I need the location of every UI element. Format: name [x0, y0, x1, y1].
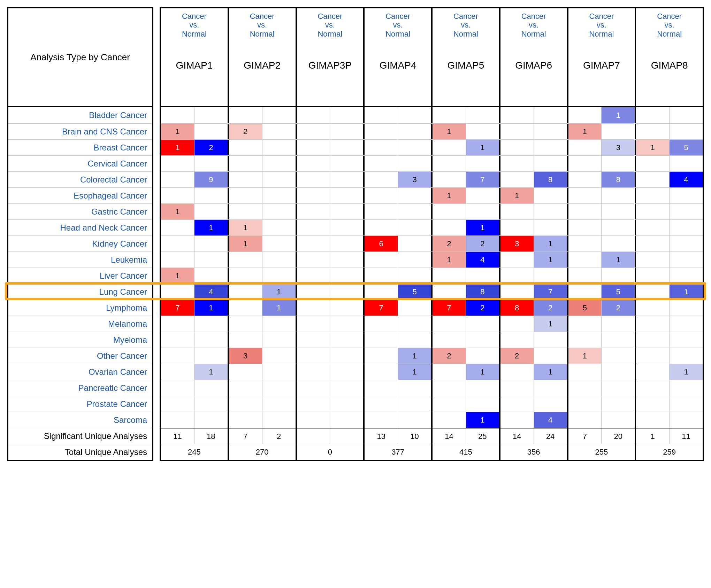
cell-down[interactable]: 1	[398, 348, 431, 364]
cell-down[interactable]	[262, 396, 296, 412]
cell-down[interactable]	[262, 316, 296, 332]
cell-down[interactable]	[262, 268, 296, 284]
cell-up[interactable]	[161, 236, 194, 252]
cell-up[interactable]	[297, 284, 330, 300]
cell-up[interactable]: 1	[433, 124, 466, 139]
cell-down[interactable]	[330, 172, 363, 187]
cell-down[interactable]	[398, 316, 431, 332]
cell-down[interactable]: 1	[194, 364, 228, 380]
cell-up[interactable]	[297, 364, 330, 380]
cell-up[interactable]	[433, 316, 466, 332]
cell-up[interactable]	[365, 252, 398, 268]
cell-down[interactable]	[534, 332, 567, 348]
cell-down[interactable]: 1	[398, 364, 431, 380]
cell-down[interactable]: 2	[466, 236, 499, 252]
cancer-row[interactable]: Ovarian Cancer	[8, 364, 152, 380]
cell-down[interactable]: 1	[194, 300, 228, 316]
cell-up[interactable]	[568, 107, 602, 123]
cancer-row[interactable]: Breast Cancer	[8, 139, 152, 155]
cell-up[interactable]	[161, 172, 194, 187]
cell-up[interactable]	[161, 380, 194, 396]
cell-down[interactable]	[602, 268, 635, 284]
cell-down[interactable]: 1	[466, 220, 499, 235]
cell-up[interactable]	[297, 300, 330, 316]
cell-down[interactable]: 1	[194, 220, 228, 235]
cell-up[interactable]	[500, 380, 534, 396]
cell-down[interactable]	[602, 412, 635, 428]
cell-down[interactable]	[602, 380, 635, 396]
cell-up[interactable]	[568, 172, 602, 187]
cell-down[interactable]	[330, 316, 363, 332]
cell-down[interactable]: 1	[534, 364, 567, 380]
cell-up[interactable]	[365, 348, 398, 364]
cell-down[interactable]: 1	[466, 364, 499, 380]
cell-up[interactable]	[433, 107, 466, 123]
cell-up[interactable]: 1	[568, 124, 602, 139]
cell-down[interactable]	[330, 300, 363, 316]
cell-down[interactable]	[602, 156, 635, 171]
cell-up[interactable]: 1	[161, 140, 194, 155]
cell-up[interactable]	[161, 220, 194, 235]
cell-up[interactable]	[433, 380, 466, 396]
cell-up[interactable]	[568, 188, 602, 203]
cancer-row[interactable]: Liver Cancer	[8, 268, 152, 284]
cell-up[interactable]	[229, 332, 262, 348]
cell-up[interactable]	[161, 252, 194, 268]
cancer-row[interactable]: Lymphoma	[8, 300, 152, 316]
cell-down[interactable]	[194, 236, 228, 252]
cell-up[interactable]	[365, 364, 398, 380]
cell-down[interactable]	[262, 332, 296, 348]
cell-down[interactable]	[466, 268, 499, 284]
cell-up[interactable]	[636, 300, 670, 316]
cell-down[interactable]: 1	[534, 236, 567, 252]
cell-down[interactable]	[330, 396, 363, 412]
cell-up[interactable]	[433, 172, 466, 187]
cell-down[interactable]	[330, 156, 363, 171]
cell-up[interactable]	[433, 332, 466, 348]
cell-down[interactable]	[602, 188, 635, 203]
cell-up[interactable]	[433, 156, 466, 171]
cancer-row[interactable]: Head and Neck Cancer	[8, 219, 152, 235]
cell-down[interactable]	[262, 412, 296, 428]
cell-down[interactable]	[398, 300, 431, 316]
cell-down[interactable]	[194, 348, 228, 364]
cell-up[interactable]	[297, 316, 330, 332]
cell-down[interactable]	[262, 156, 296, 171]
cell-down[interactable]: 2	[602, 300, 635, 316]
cell-down[interactable]	[330, 236, 363, 252]
cell-down[interactable]: 9	[194, 172, 228, 187]
cell-up[interactable]	[297, 396, 330, 412]
cell-down[interactable]: 4	[194, 284, 228, 300]
cell-down[interactable]	[194, 252, 228, 268]
cell-down[interactable]	[398, 252, 431, 268]
cell-up[interactable]	[500, 156, 534, 171]
cell-up[interactable]	[636, 348, 670, 364]
gene-header[interactable]: Cancervs.NormalGIMAP6	[500, 8, 568, 106]
cell-down[interactable]	[466, 348, 499, 364]
cell-up[interactable]	[365, 268, 398, 284]
cell-down[interactable]	[670, 332, 703, 348]
cell-up[interactable]: 1	[161, 204, 194, 219]
cell-up[interactable]	[636, 188, 670, 203]
cell-down[interactable]	[262, 220, 296, 235]
cell-up[interactable]	[365, 156, 398, 171]
cell-down[interactable]	[602, 204, 635, 219]
cell-up[interactable]	[568, 396, 602, 412]
cell-up[interactable]: 8	[500, 300, 534, 316]
cell-down[interactable]	[398, 380, 431, 396]
cell-down[interactable]	[670, 236, 703, 252]
cell-up[interactable]	[636, 236, 670, 252]
cell-up[interactable]	[433, 140, 466, 155]
cell-down[interactable]: 7	[534, 284, 567, 300]
cell-up[interactable]	[500, 268, 534, 284]
cell-down[interactable]	[262, 172, 296, 187]
cell-down[interactable]	[670, 268, 703, 284]
cell-up[interactable]	[636, 396, 670, 412]
cell-down[interactable]	[398, 396, 431, 412]
cell-down[interactable]: 3	[602, 140, 635, 155]
cell-down[interactable]	[534, 124, 567, 139]
cell-up[interactable]	[161, 107, 194, 123]
cell-down[interactable]	[398, 156, 431, 171]
cell-up[interactable]	[229, 380, 262, 396]
gene-header[interactable]: Cancervs.NormalGIMAP4	[365, 8, 433, 106]
